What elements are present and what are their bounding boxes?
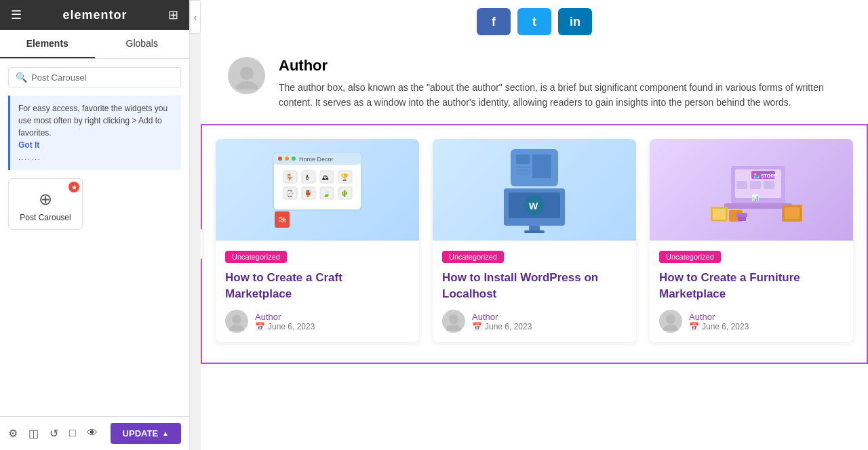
responsive-icon[interactable]: □ (69, 427, 76, 440)
widget-area: ★ ⊕ Post Carousel (0, 178, 189, 298)
update-label: UPDATE (123, 428, 158, 438)
svg-text:🕰: 🕰 (322, 173, 329, 181)
svg-rect-48 (736, 181, 747, 189)
svg-text:🏆: 🏆 (340, 173, 349, 182)
author-section: Author The author box, also known as the… (201, 43, 868, 124)
card-author-1[interactable]: Author (255, 312, 315, 322)
svg-text:🍃: 🍃 (322, 189, 331, 198)
post-carousel-widget[interactable]: ★ ⊕ Post Carousel (8, 178, 83, 230)
widget-badge: ★ (68, 182, 79, 192)
svg-text:🕯: 🕯 (304, 173, 311, 181)
carousel-collapse-btn[interactable]: ‹ (201, 229, 203, 259)
search-icon: 🔍 (16, 72, 27, 83)
svg-rect-41 (524, 230, 545, 233)
card-author-2[interactable]: Author (472, 312, 532, 322)
panel-tabs: Elements Globals (0, 30, 189, 59)
card-author-avatar-1 (225, 310, 248, 333)
card-date-1: 📅 June 6, 2023 (255, 322, 315, 331)
card-author-avatar-2 (442, 310, 465, 333)
calendar-icon-3: 📅 (689, 322, 699, 331)
author-body: The author box, also known as the "about… (279, 80, 841, 110)
svg-rect-35 (532, 155, 551, 178)
svg-point-43 (446, 325, 461, 331)
facebook-button[interactable]: f (477, 8, 511, 35)
social-bar: f t in (201, 0, 868, 43)
svg-text:🛍: 🛍 (278, 215, 286, 224)
meta-info-2: Author 📅 June 6, 2023 (472, 312, 532, 331)
card-meta-2: Author 📅 June 6, 2023 (442, 310, 627, 333)
svg-rect-34 (516, 173, 530, 175)
update-button[interactable]: UPDATE ▲ (111, 423, 181, 444)
toolbar-icons: ⚙ ◫ ↺ □ 👁 (8, 427, 111, 440)
main-area: f t in Author The author box, also known… (201, 0, 868, 450)
author-title: Author (279, 57, 841, 75)
got-it-link[interactable]: Got It (18, 139, 173, 151)
card-body-1: Uncategorized How to Create a Craft Mark… (216, 241, 419, 343)
linkedin-button[interactable]: in (558, 8, 592, 35)
card-meta-3: Author 📅 June 6, 2023 (659, 310, 844, 333)
hamburger-icon[interactable]: ☰ (11, 7, 22, 22)
post-card-1: Home Decor (216, 139, 419, 343)
author-info: Author The author box, also known as the… (279, 57, 841, 110)
panel-toggle[interactable]: ‹ (190, 0, 201, 34)
info-box: For easy access, favorite the widgets yo… (8, 96, 181, 170)
category-badge-2[interactable]: Uncategorized (442, 251, 504, 263)
calendar-icon-1: 📅 (255, 322, 265, 331)
card-title-2[interactable]: How to Install WordPress on Localhost (442, 270, 627, 302)
svg-point-7 (278, 157, 282, 161)
card-author-3[interactable]: Author (689, 312, 749, 322)
widget-icon: ⊕ (16, 190, 75, 209)
twitter-button[interactable]: t (517, 8, 551, 35)
calendar-icon-2: 📅 (472, 322, 482, 331)
card-title-1[interactable]: How to Create a Craft Marketplace (225, 270, 410, 302)
red-arrow-annotation (201, 180, 212, 237)
svg-text:🌵: 🌵 (340, 189, 349, 198)
card-body-3: Uncategorized How to Create a Furniture … (650, 241, 853, 343)
svg-text:W: W (529, 201, 538, 211)
card-author-avatar-3 (659, 310, 682, 333)
preview-icon[interactable]: 👁 (87, 427, 98, 440)
dotted-line: ....... (18, 154, 41, 161)
widget-label: Post Carousel (16, 213, 75, 222)
svg-text:🏪 STORE: 🏪 STORE (753, 173, 777, 179)
post-card-2: W Uncategorized How to Install WordPress… (433, 139, 636, 343)
svg-rect-49 (750, 181, 761, 189)
settings-icon[interactable]: ⚙ (8, 427, 18, 440)
card-title-3[interactable]: How to Create a Furniture Marketplace (659, 270, 844, 302)
card-meta-1: Author 📅 June 6, 2023 (225, 310, 410, 333)
card-image-1: Home Decor (216, 139, 419, 241)
svg-point-61 (666, 314, 675, 324)
post-card-3: 🏪 STORE (650, 139, 853, 343)
category-badge-1[interactable]: Uncategorized (225, 251, 287, 263)
meta-info-3: Author 📅 June 6, 2023 (689, 312, 749, 331)
bottom-toolbar: ⚙ ◫ ↺ □ 👁 UPDATE ▲ (0, 416, 189, 450)
layers-icon[interactable]: ◫ (28, 427, 39, 440)
svg-point-8 (285, 157, 289, 161)
author-avatar (228, 57, 265, 94)
svg-point-28 (232, 314, 241, 324)
panel-header: ☰ elementor ⊞ (0, 0, 189, 30)
carousel-section: ‹ (201, 124, 868, 365)
svg-text:📊: 📊 (751, 194, 760, 202)
svg-point-9 (292, 157, 296, 161)
svg-rect-57 (784, 207, 800, 220)
card-body-2: Uncategorized How to Install WordPress o… (433, 241, 636, 343)
svg-point-0 (240, 66, 254, 80)
svg-rect-40 (529, 226, 540, 231)
search-box: 🔍 (8, 67, 181, 87)
tab-elements[interactable]: Elements (0, 30, 95, 58)
grid-icon[interactable]: ⊞ (168, 7, 178, 22)
svg-rect-54 (712, 208, 726, 220)
svg-rect-59 (736, 213, 747, 217)
info-text: For easy access, favorite the widgets yo… (18, 104, 167, 138)
history-icon[interactable]: ↺ (50, 427, 58, 440)
tab-globals[interactable]: Globals (95, 30, 190, 58)
meta-info-1: Author 📅 June 6, 2023 (255, 312, 315, 331)
carousel-cards: Home Decor (216, 139, 853, 343)
svg-point-62 (663, 325, 678, 331)
card-image-2: W (433, 139, 636, 241)
svg-text:🏺: 🏺 (304, 189, 313, 198)
card-image-3: 🏪 STORE (650, 139, 853, 241)
category-badge-3[interactable]: Uncategorized (659, 251, 721, 263)
search-input[interactable] (31, 73, 174, 83)
